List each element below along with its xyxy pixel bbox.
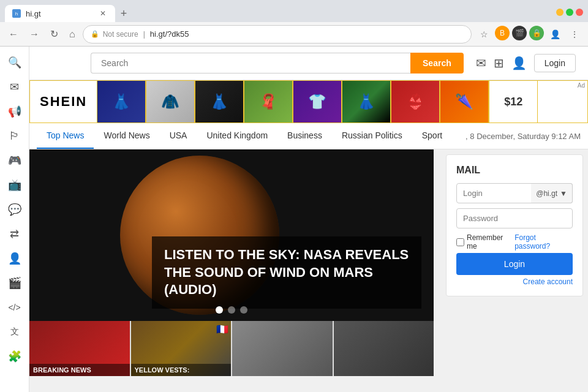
tab-russian-politics[interactable]: Russian Politics (332, 123, 412, 149)
sidebar-icon-code[interactable]: </> (4, 296, 26, 318)
main-content: Search ✉ ⊞ 👤 Login Ad SHEIN 👗 🧥 (29, 47, 588, 392)
slider-dot-3[interactable] (240, 306, 247, 314)
tab-title: hi.gt (26, 9, 41, 18)
grid-header-button[interactable]: ⊞ (494, 56, 504, 70)
mail-domain-selector[interactable]: @hi.gt ▼ (531, 183, 573, 203)
ad-price-tag[interactable]: $12 (489, 80, 538, 123)
thumb-yellow-vests[interactable]: 🇫🇷 YELLOW VESTS: (131, 321, 232, 376)
nav-tabs: Top News World News USA United Kingdom B… (29, 123, 588, 149)
tab-top-news[interactable]: Top News (37, 123, 94, 149)
minimize-button[interactable] (556, 9, 564, 16)
right-sidebar: MAIL @hi.gt ▼ Remember (441, 149, 588, 376)
home-button[interactable]: ⌂ (66, 26, 79, 42)
sidebar-icon-video[interactable]: 🎬 (4, 272, 26, 294)
nav-actions: ☆ B 🎬 🔒 👤 ⋮ (475, 26, 583, 43)
sidebar-icon-tv[interactable]: 📺 (4, 174, 26, 196)
ad-item-2[interactable]: 🧥 (146, 80, 195, 123)
thumb-yellow-overlay: YELLOW VESTS: (131, 364, 232, 376)
thumb-people-1[interactable] (232, 321, 333, 376)
ad-item-4[interactable]: 🧣 (244, 80, 293, 123)
maximize-button[interactable] (566, 9, 573, 16)
ad-item-3[interactable]: 👗 (195, 80, 244, 123)
content-area: LISTEN TO THE SKY: NASA REVEALS THE SOUN… (29, 149, 588, 376)
active-tab[interactable]: h hi.gt ✕ (5, 5, 115, 22)
sidebar-icon-mail[interactable]: ✉ (4, 76, 26, 98)
nav-bar: ← → ↻ ⌂ 🔒 Not secure | hi.gt/?dk55 ☆ B 🎬… (0, 22, 588, 47)
tab-favicon: h (12, 9, 21, 18)
ad-label: Ad (578, 82, 585, 89)
header-search: Search (91, 53, 464, 74)
window-controls (556, 9, 583, 18)
ad-item-1[interactable]: 👗 (97, 80, 146, 123)
slider-dot-1[interactable] (216, 306, 223, 314)
sidebar-icon-game[interactable]: 🎮 (4, 149, 26, 172)
ad-images: 👗 🧥 👗 🧣 👕 👗 👙 (97, 80, 587, 123)
tab-close-button[interactable]: ✕ (98, 9, 108, 18)
left-sidebar: 🔍 ✉ 📢 🏳 🎮 📺 💬 ⇄ 👤 🎬 </> 文 🧩 (0, 47, 29, 392)
ad-item-7[interactable]: 👙 (391, 80, 440, 123)
search-input[interactable] (91, 53, 410, 74)
forward-button[interactable]: → (26, 26, 43, 42)
browser-chrome: h hi.gt ✕ + ← → ↻ ⌂ 🔒 Not secure | hi.gt… (0, 0, 588, 47)
bookmark-button[interactable]: ☆ (475, 26, 492, 43)
site-header: Search ✉ ⊞ 👤 Login (29, 47, 588, 80)
new-tab-button[interactable]: + (115, 5, 132, 22)
thumb-breaking-overlay: BREAKING NEWS (29, 364, 130, 376)
avatar-header-button[interactable]: 👤 (511, 56, 527, 70)
reload-button[interactable]: ↻ (47, 26, 62, 42)
slider-dots (216, 306, 247, 314)
address-bar[interactable]: 🔒 Not secure | hi.gt/?dk55 (83, 25, 472, 43)
sidebar-icon-arrows[interactable]: ⇄ (4, 223, 26, 245)
remember-me-label[interactable]: Remember me (456, 233, 514, 251)
tab-bar: h hi.gt ✕ + (0, 0, 588, 22)
mail-login-button[interactable]: Login (456, 253, 573, 275)
tab-united-kingdom[interactable]: United Kingdom (197, 123, 277, 149)
menu-button[interactable]: ⋮ (566, 26, 583, 43)
search-button[interactable]: Search (410, 53, 464, 74)
extension-btn-1[interactable]: B (495, 26, 510, 40)
hero-section: LISTEN TO THE SKY: NASA REVEALS THE SOUN… (29, 149, 434, 376)
sidebar-icon-search[interactable]: 🔍 (4, 51, 26, 74)
mail-login-group: @hi.gt ▼ (456, 183, 573, 203)
thumb-flag-france: 🇫🇷 (216, 323, 228, 335)
sidebar-icon-flag[interactable]: 🏳 (4, 125, 26, 147)
slider-dot-2[interactable] (228, 306, 235, 314)
extension-btn-3[interactable]: 🔒 (529, 26, 544, 40)
profile-button[interactable]: 👤 (546, 26, 564, 43)
forgot-password-link[interactable]: Forgot password? (514, 233, 573, 251)
ad-item-5[interactable]: 👕 (293, 80, 342, 123)
thumb-breaking-label: BREAKING NEWS (33, 366, 126, 374)
tab-business[interactable]: Business (277, 123, 332, 149)
sidebar-icon-megaphone[interactable]: 📢 (4, 100, 26, 123)
url-display: hi.gt/?dk55 (150, 29, 464, 39)
sidebar-icon-puzzle[interactable]: 🧩 (4, 345, 26, 368)
sidebar-icon-chat[interactable]: 💬 (4, 198, 26, 221)
sidebar-icon-translate[interactable]: 文 (4, 321, 26, 343)
create-account-link[interactable]: Create account (456, 277, 573, 286)
date-display: , 8 December, Saturday 9:12 AM (466, 132, 581, 141)
mail-widget: MAIL @hi.gt ▼ Remember (446, 154, 583, 296)
remember-me-text: Remember me (467, 233, 514, 251)
mail-domain-text: @hi.gt (536, 189, 557, 198)
ad-banner[interactable]: Ad SHEIN 👗 🧥 👗 🧣 👕 (29, 80, 588, 123)
security-label: Not secure (103, 30, 138, 39)
thumb-breaking-news[interactable]: BREAKING NEWS (29, 321, 130, 376)
security-icon: 🔒 (91, 30, 99, 38)
mail-password-input[interactable] (456, 208, 573, 228)
extension-btn-2[interactable]: 🎬 (512, 26, 527, 40)
back-button[interactable]: ← (5, 26, 22, 42)
sidebar-icon-person[interactable]: 👤 (4, 247, 26, 270)
mail-widget-title: MAIL (456, 165, 573, 176)
mail-header-button[interactable]: ✉ (476, 56, 486, 70)
ad-item-8[interactable]: 🌂 (440, 80, 489, 123)
close-button[interactable] (576, 9, 583, 16)
ad-item-6[interactable]: 👗 (342, 80, 391, 123)
tab-usa[interactable]: USA (160, 123, 197, 149)
remember-me-checkbox[interactable] (456, 238, 464, 246)
mail-domain-chevron: ▼ (560, 189, 567, 198)
thumbnail-row: BREAKING NEWS 🇫🇷 YELLOW VESTS: (29, 321, 434, 376)
thumb-people-2[interactable] (334, 321, 434, 376)
tab-sport[interactable]: Sport (412, 123, 452, 149)
login-button[interactable]: Login (534, 54, 576, 72)
tab-world-news[interactable]: World News (94, 123, 159, 149)
